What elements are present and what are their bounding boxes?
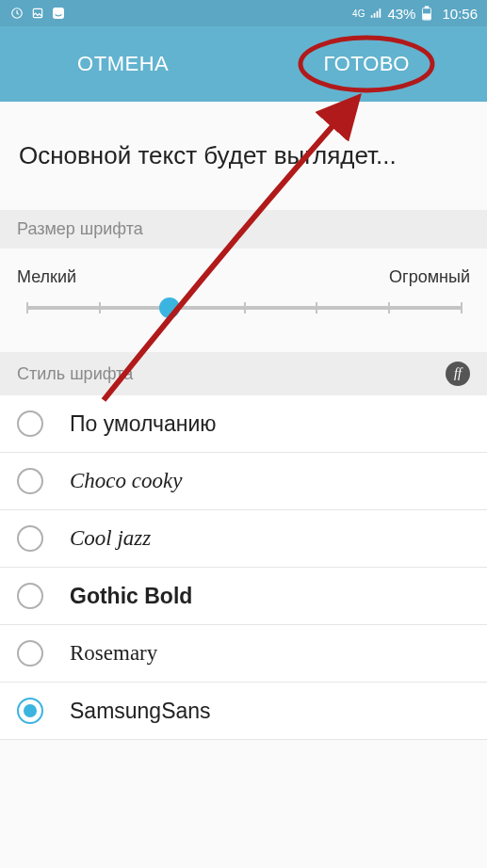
slider-tick	[244, 302, 246, 313]
font-option[interactable]: Rosemary	[0, 625, 487, 683]
cancel-button[interactable]: ОТМЕНА	[58, 44, 187, 84]
slider-tick	[316, 302, 317, 313]
radio-button[interactable]	[17, 525, 43, 552]
font-option-label: SamsungSans	[70, 699, 211, 724]
done-button[interactable]: ГОТОВО	[304, 44, 428, 84]
slider-tick	[388, 302, 390, 313]
font-option-label: По умолчанию	[70, 411, 217, 437]
app-icon	[51, 6, 66, 21]
image-icon	[30, 6, 45, 21]
font-option-label: Cool jazz	[70, 526, 151, 551]
preview-area: Основной текст будет выглядет...	[0, 102, 487, 210]
font-option[interactable]: По умолчанию	[0, 395, 487, 453]
font-option[interactable]: Cool jazz	[0, 510, 487, 568]
font-option-label: Gothic Bold	[70, 584, 192, 609]
slider-tick	[461, 302, 463, 313]
section-label: Размер шрифта	[17, 219, 143, 239]
font-size-section-header: Размер шрифта	[0, 210, 487, 249]
radio-button[interactable]	[17, 698, 43, 724]
font-style-section-header: Стиль шрифта ff	[0, 352, 487, 395]
signal-icon	[368, 6, 383, 21]
preview-text: Основной текст будет выглядет...	[19, 141, 468, 170]
font-style-list: По умолчаниюChoco cookyCool jazzGothic B…	[0, 395, 487, 740]
font-option[interactable]: Choco cooky	[0, 453, 487, 510]
slider-min-label: Мелкий	[17, 267, 76, 287]
font-size-slider[interactable]	[26, 306, 461, 310]
battery-percent: 43%	[387, 6, 415, 22]
svg-rect-4	[426, 7, 430, 8]
slider-tick	[26, 302, 28, 313]
radio-button[interactable]	[17, 468, 43, 494]
slider-tick	[99, 302, 101, 313]
font-option[interactable]: Gothic Bold	[0, 568, 487, 625]
font-option[interactable]: SamsungSans	[0, 683, 487, 740]
action-header: ОТМЕНА ГОТОВО	[0, 26, 487, 102]
slider-thumb[interactable]	[159, 297, 180, 318]
battery-icon	[419, 6, 434, 21]
radio-button[interactable]	[17, 410, 43, 437]
svg-rect-1	[33, 8, 41, 17]
svg-rect-5	[424, 14, 430, 19]
font-size-block: Мелкий Огромный	[0, 249, 487, 352]
section-label: Стиль шрифта	[17, 364, 133, 384]
clock-time: 10:56	[442, 6, 478, 22]
font-option-label: Choco cooky	[70, 469, 182, 493]
slider-max-label: Огромный	[389, 267, 470, 287]
radio-button[interactable]	[17, 640, 43, 667]
status-bar: 4G 43% 10:56	[0, 0, 487, 26]
flipfont-icon[interactable]: ff	[446, 362, 470, 386]
font-option-label: Rosemary	[70, 641, 157, 666]
radio-button[interactable]	[17, 583, 43, 609]
svg-rect-2	[53, 8, 64, 19]
clock-icon	[9, 6, 24, 21]
network-type: 4G	[352, 8, 365, 19]
